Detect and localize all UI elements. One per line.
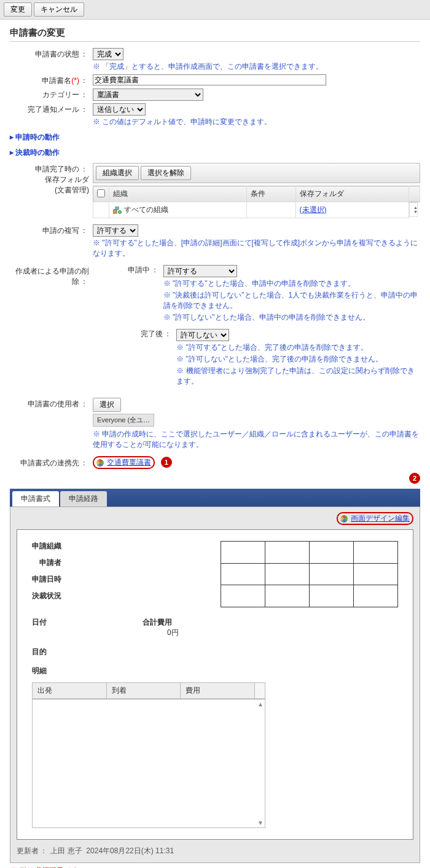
pv-detail: 明細 bbox=[32, 666, 81, 676]
deselect-button[interactable]: 選択を解除 bbox=[141, 166, 191, 180]
users-label: 申請書の使用者： bbox=[10, 398, 93, 409]
tab-route[interactable]: 申請経路 bbox=[60, 491, 107, 507]
pv-total-val: 0円 bbox=[167, 628, 179, 638]
folder-table: 組織 条件 保存フォルダ すべての組織 (未選択) ▲▼ bbox=[93, 186, 420, 218]
scroll-down-icon[interactable]: ▼ bbox=[257, 819, 264, 826]
folder-th-cond: 条件 bbox=[246, 186, 295, 202]
folder-th-org: 組織 bbox=[109, 186, 247, 202]
select-org-button[interactable]: 組織選択 bbox=[96, 166, 139, 180]
status-label: 申請書の状態： bbox=[10, 48, 93, 60]
name-input[interactable] bbox=[93, 74, 326, 85]
pv-date: 日付 bbox=[32, 617, 81, 638]
form-preview: 申請組織 申請者 申請日時 決裁状況 日付 合計費用 0円 bbox=[17, 529, 413, 840]
scroll-up-icon[interactable]: ▲ bbox=[257, 701, 264, 708]
updater-info: 更新者： 上田 恵子 2024年08月22日(木) 11:31 bbox=[17, 846, 413, 856]
link-label: 申請書式の連携先： bbox=[10, 457, 93, 468]
notify-label: 完了通知メール： bbox=[10, 103, 93, 115]
tab-form[interactable]: 申請書式 bbox=[12, 491, 59, 507]
delete-done-n1: ※ "許可する"とした場合、完了後の申請を削除できます。 bbox=[176, 342, 420, 353]
th-cost: 費用 bbox=[181, 683, 255, 699]
folder-check-all[interactable] bbox=[97, 189, 105, 197]
required-note: ※ (*)は必須項目です。 bbox=[10, 866, 420, 868]
detail-table: 出発到着費用 bbox=[32, 682, 265, 699]
marker-2: 2 bbox=[409, 473, 420, 484]
notify-select[interactable]: 送信しない bbox=[93, 103, 146, 116]
stamp-grid bbox=[221, 541, 398, 607]
pv-status: 決裁状況 bbox=[32, 591, 81, 601]
svg-rect-0 bbox=[113, 210, 117, 213]
org-icon bbox=[113, 207, 122, 214]
copy-select[interactable]: 許可する bbox=[93, 224, 138, 237]
delete-done-label: 完了後： bbox=[93, 329, 176, 339]
svg-point-2 bbox=[119, 210, 122, 213]
design-edit-link[interactable]: 画面デザイン編集 bbox=[351, 514, 410, 523]
users-select-button[interactable]: 選択 bbox=[93, 398, 121, 412]
user-chip[interactable]: Everyone (全ユ… bbox=[93, 414, 154, 427]
tab-bar: 申請書式 申請経路 bbox=[10, 489, 420, 507]
page-title: 申請書の変更 bbox=[10, 27, 420, 39]
status-select[interactable]: 完成 bbox=[93, 48, 123, 60]
folder-th-folder: 保存フォルダ bbox=[295, 186, 408, 202]
notify-note: ※ この値はデフォルト値で、申請時に変更できます。 bbox=[93, 117, 420, 127]
pv-person: 申請者 bbox=[32, 558, 81, 568]
delete-done-n2: ※ "許可しない"とした場合、完了後の申請を削除できません。 bbox=[176, 354, 420, 365]
delete-mid-select[interactable]: 許可する bbox=[163, 265, 237, 277]
pv-total: 合計費用 bbox=[143, 618, 172, 626]
separator bbox=[10, 41, 420, 42]
palette-icon-2 bbox=[340, 515, 348, 523]
collapse-apply-action[interactable]: 申請時の動作 bbox=[10, 132, 420, 143]
svg-rect-1 bbox=[115, 207, 119, 210]
users-note: ※ 申請の作成時に、ここで選択したユーザー／組織／ロールに含まれるユーザーが、こ… bbox=[93, 429, 420, 450]
cancel-button[interactable]: キャンセル bbox=[34, 2, 84, 17]
category-label: カテゴリー： bbox=[10, 89, 93, 100]
delete-mid-n2: ※ "決裁後は許可しない"とした場合、1人でも決裁作業を行うと、申請中の申請を削… bbox=[163, 290, 420, 311]
th-arr: 到着 bbox=[106, 683, 181, 699]
name-label: 申請書名(*)： bbox=[10, 74, 93, 86]
category-select[interactable]: 稟議書 bbox=[93, 89, 203, 101]
top-toolbar: 変更 キャンセル bbox=[0, 0, 430, 20]
table-row: すべての組織 (未選択) ▲▼ bbox=[93, 202, 420, 218]
palette-icon bbox=[96, 459, 104, 467]
delete-done-select[interactable]: 許可しない bbox=[176, 329, 229, 341]
marker-1: 1 bbox=[161, 457, 172, 468]
th-dep: 出発 bbox=[33, 683, 107, 699]
delete-label: 作成者による申請の削除： bbox=[10, 265, 93, 287]
status-note: ※ 「完成」とすると、申請作成画面で、この申請書を選択できます。 bbox=[93, 61, 420, 72]
folder-label: 申請完了時の： 保存フォルダ (文書管理) bbox=[10, 163, 93, 195]
copy-label: 申請の複写： bbox=[10, 224, 93, 236]
folder-unset-link[interactable]: (未選択) bbox=[300, 205, 327, 214]
delete-mid-label: 申請中： bbox=[93, 265, 163, 275]
delete-mid-n1: ※ "許可する"とした場合、申請中の申請を削除できます。 bbox=[163, 278, 420, 289]
pv-datetime: 申請日時 bbox=[32, 574, 81, 585]
change-button[interactable]: 変更 bbox=[4, 2, 32, 17]
copy-note: ※ "許可する"とした場合、[申請の詳細]画面にて[複写して作成]ボタンから申請… bbox=[93, 238, 420, 259]
delete-done-n3: ※ 機能管理者により強制完了した申請は、この設定に関わらず削除できます。 bbox=[176, 366, 420, 387]
form-link[interactable]: 交通費稟議書 bbox=[107, 458, 151, 467]
pv-org: 申請組織 bbox=[32, 541, 81, 551]
detail-body: ▲ ▼ bbox=[32, 699, 265, 828]
delete-mid-n3: ※ "許可しない"とした場合、申請中の申請を削除できません。 bbox=[163, 312, 420, 323]
collapse-decision-action[interactable]: 決裁時の動作 bbox=[10, 148, 420, 158]
pv-purpose: 目的 bbox=[32, 647, 81, 657]
